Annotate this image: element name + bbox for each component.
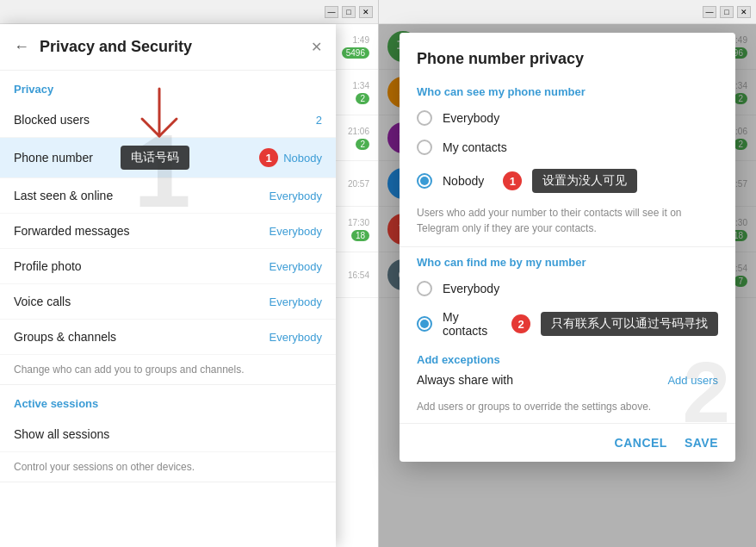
everybody-radio-2[interactable]: [417, 281, 432, 296]
close-btn-left[interactable]: ✕: [359, 6, 373, 18]
everybody-option-2[interactable]: Everybody: [400, 274, 735, 303]
minimize-btn-right[interactable]: —: [703, 6, 716, 18]
phone-tooltip: 电话号码: [121, 146, 189, 170]
left-titlebar: — □ ✕: [0, 0, 378, 24]
groups-channels-item[interactable]: Groups & channels Everybody: [0, 320, 336, 355]
privacy-panel: ← Privacy and Security ✕ Privacy Blocked…: [0, 24, 336, 547]
privacy-section-desc: Change who can add you to groups and cha…: [0, 355, 336, 385]
profile-photo-value: Everybody: [270, 260, 322, 273]
dialog-title: Phone number privacy: [400, 33, 735, 77]
my-contacts-label-1: My contacts: [443, 140, 507, 154]
show-all-sessions-label: Show all sessions: [14, 427, 322, 441]
step2-badge-dialog: 2: [511, 314, 530, 333]
contacts-tooltip: 只有联系人可以通过号码寻找: [541, 312, 718, 336]
maximize-btn-left[interactable]: □: [342, 6, 356, 18]
my-contacts-label-2: My contacts: [443, 310, 493, 338]
add-exceptions-title: Add exceptions: [417, 353, 718, 366]
phone-privacy-dialog: Phone number privacy Who can see my phon…: [400, 33, 735, 462]
badge: 5496: [342, 47, 369, 59]
save-button[interactable]: SAVE: [685, 436, 718, 450]
voice-calls-value: Everybody: [270, 295, 322, 308]
my-contacts-option-1[interactable]: My contacts: [400, 133, 735, 162]
dialog-overlay: Phone number privacy Who can see my phon…: [379, 24, 756, 547]
blocked-users-count: 2: [316, 114, 322, 127]
minimize-btn-left[interactable]: —: [325, 6, 338, 18]
nobody-annotation: 1 设置为没人可见: [503, 169, 637, 193]
badge: 18: [351, 230, 369, 241]
always-share-label: Always share with: [417, 373, 513, 387]
exceptions-row: Always share with Add users: [417, 373, 718, 387]
panel-header: ← Privacy and Security ✕: [0, 24, 336, 71]
maximize-btn-right[interactable]: □: [720, 6, 734, 18]
phone-number-value: Nobody: [283, 152, 322, 165]
active-sessions-header: Active sessions: [0, 385, 336, 417]
nobody-option[interactable]: Nobody 1 设置为没人可见: [400, 162, 735, 200]
step1-badge-dialog: 1: [503, 171, 522, 190]
exceptions-note: Add users or groups to override the sett…: [400, 395, 735, 423]
dialog-actions: CANCEL SAVE: [400, 423, 735, 462]
arrow-icon: [133, 84, 185, 153]
forwarded-messages-value: Everybody: [270, 225, 322, 238]
voice-calls-label: Voice calls: [14, 295, 270, 308]
groups-channels-label: Groups & channels: [14, 330, 270, 344]
section2-label: Who can find me by my number: [400, 247, 735, 274]
app-container: — □ ✕ 草 草稿 1:49 5496 S SKM_... 1:34 2: [0, 0, 756, 547]
add-exceptions-section: Add exceptions Always share with Add use…: [400, 345, 735, 395]
forwarded-messages-item[interactable]: Forwarded messages Everybody: [0, 214, 336, 249]
section1-label: Who can see my phone number: [400, 77, 735, 103]
active-sessions-desc: Control your sessions on other devices.: [0, 452, 336, 482]
groups-channels-value: Everybody: [270, 331, 322, 344]
everybody-radio-1[interactable]: [417, 110, 432, 126]
my-contacts-radio-2[interactable]: [417, 316, 432, 332]
everybody-option-1[interactable]: Everybody: [400, 103, 735, 133]
my-contacts-radio-1[interactable]: [417, 140, 432, 155]
badge: 2: [356, 139, 369, 150]
badge: 2: [356, 93, 369, 104]
profile-photo-label: Profile photo: [14, 259, 270, 273]
left-window: — □ ✕ 草 草稿 1:49 5496 S SKM_... 1:34 2: [0, 0, 379, 547]
voice-calls-item[interactable]: Voice calls Everybody: [0, 284, 336, 320]
last-seen-item[interactable]: Last seen & online Everybody: [0, 178, 336, 214]
nobody-label: Nobody: [443, 174, 484, 188]
panel-content: Privacy Blocked users 2 Phone number 1 电…: [0, 71, 336, 547]
close-panel-button[interactable]: ✕: [311, 39, 322, 55]
profile-photo-item[interactable]: Profile photo Everybody: [0, 249, 336, 284]
forwarded-messages-label: Forwarded messages: [14, 224, 270, 238]
back-button[interactable]: ←: [14, 38, 29, 56]
panel-title: Privacy and Security: [40, 38, 301, 56]
phone-tooltip-text: 电话号码: [121, 146, 189, 170]
contacts-annotation: 2 只有联系人可以通过号码寻找: [511, 312, 718, 336]
section1-note: Users who add your number to their conta…: [400, 200, 735, 247]
step1-badge: 1: [259, 148, 278, 167]
nobody-radio[interactable]: [417, 173, 432, 189]
everybody-label-2: Everybody: [443, 282, 499, 295]
add-users-button[interactable]: Add users: [667, 374, 718, 387]
close-btn-right[interactable]: ✕: [737, 6, 751, 18]
cancel-button[interactable]: CANCEL: [615, 436, 667, 450]
right-window: — □ ✕ 草 草稿 1:49 496 S SKM_... 1:34 2: [379, 0, 756, 547]
my-contacts-option-2[interactable]: My contacts 2 只有联系人可以通过号码寻找: [400, 303, 735, 345]
last-seen-value: Everybody: [270, 190, 322, 202]
nobody-tooltip: 设置为没人可见: [532, 169, 637, 193]
everybody-label-1: Everybody: [443, 111, 499, 125]
last-seen-label: Last seen & online: [14, 189, 270, 202]
right-titlebar: — □ ✕: [379, 0, 756, 24]
show-all-sessions-item[interactable]: Show all sessions: [0, 417, 336, 452]
